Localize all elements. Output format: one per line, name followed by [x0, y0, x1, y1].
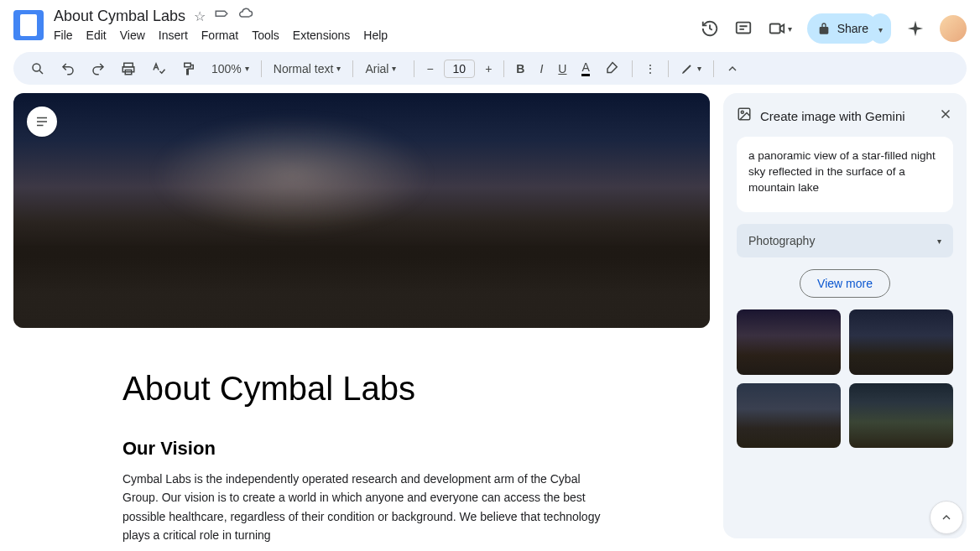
text-color-icon[interactable]: A: [575, 55, 596, 81]
svg-rect-0: [736, 23, 750, 34]
view-more-button[interactable]: View more: [800, 269, 890, 298]
more-icon[interactable]: ⋮: [638, 57, 663, 81]
undo-icon[interactable]: [54, 56, 82, 81]
account-avatar[interactable]: [940, 15, 967, 42]
move-icon[interactable]: [214, 7, 229, 25]
star-icon[interactable]: ☆: [194, 8, 206, 24]
svg-point-2: [33, 64, 40, 71]
menu-edit[interactable]: Edit: [86, 29, 107, 42]
svg-rect-1: [769, 24, 779, 34]
underline-icon[interactable]: U: [551, 57, 573, 81]
style-value: Photography: [748, 234, 815, 247]
menu-file[interactable]: File: [54, 29, 73, 42]
image-icon: [737, 107, 752, 125]
generated-image-4[interactable]: [849, 383, 953, 449]
font-size-input[interactable]: 10: [444, 60, 476, 78]
gemini-panel: Create image with Gemini a panoramic vie…: [723, 93, 967, 538]
print-icon[interactable]: [114, 56, 143, 81]
menu-extensions[interactable]: Extensions: [293, 29, 350, 42]
document-title[interactable]: About Cymbal Labs: [54, 8, 185, 25]
svg-point-8: [741, 111, 743, 113]
menu-view[interactable]: View: [120, 29, 145, 42]
collapse-toolbar-icon[interactable]: [719, 57, 746, 81]
paint-format-icon[interactable]: [175, 56, 203, 81]
bold-icon[interactable]: B: [509, 57, 531, 81]
cloud-status-icon[interactable]: [237, 7, 254, 25]
pen-mode-icon[interactable]: ▾: [674, 57, 708, 81]
highlight-icon[interactable]: [598, 56, 627, 81]
zoom-dropdown[interactable]: 100% ▾: [205, 57, 256, 81]
meet-icon[interactable]: ▾: [768, 19, 792, 38]
toolbar: 100% ▾ Normal text ▾ Arial ▾ − 10 + B I …: [13, 52, 967, 85]
search-icon[interactable]: [23, 56, 52, 81]
share-label: Share: [837, 22, 868, 35]
outline-toggle-icon[interactable]: [27, 107, 57, 137]
hero-image[interactable]: [13, 93, 710, 328]
panel-title: Create image with Gemini: [760, 109, 930, 123]
style-dropdown[interactable]: Photography ▾: [737, 224, 953, 257]
doc-heading-1[interactable]: About Cymbal Labs: [122, 370, 601, 408]
decrease-font-icon[interactable]: −: [420, 57, 440, 81]
gemini-spark-icon[interactable]: [906, 19, 925, 38]
svg-rect-6: [185, 63, 191, 67]
generated-image-2[interactable]: [849, 309, 953, 375]
redo-icon[interactable]: [84, 56, 112, 81]
share-dropdown[interactable]: ▾: [870, 13, 891, 44]
menu-format[interactable]: Format: [201, 29, 238, 42]
generated-image-1[interactable]: [737, 309, 841, 375]
close-icon[interactable]: [938, 107, 953, 125]
comments-icon[interactable]: [734, 19, 753, 38]
prompt-input[interactable]: a panoramic view of a star-filled night …: [737, 137, 953, 212]
document-canvas[interactable]: About Cymbal Labs Our Vision Cymbal Labs…: [0, 93, 723, 551]
spellcheck-icon[interactable]: [144, 56, 173, 81]
doc-heading-2[interactable]: Our Vision: [122, 438, 601, 460]
docs-logo[interactable]: [13, 10, 44, 40]
menu-insert[interactable]: Insert: [159, 29, 188, 42]
style-value: Normal text: [274, 62, 334, 75]
doc-paragraph[interactable]: Cymbal Labs is the independently operate…: [122, 470, 601, 545]
menu-tools[interactable]: Tools: [252, 29, 279, 42]
generated-image-3[interactable]: [737, 383, 841, 449]
font-dropdown[interactable]: Arial ▾: [358, 57, 409, 81]
paragraph-style-dropdown[interactable]: Normal text ▾: [267, 57, 348, 81]
share-button[interactable]: Share: [807, 13, 878, 44]
increase-font-icon[interactable]: +: [478, 57, 498, 81]
scroll-up-button[interactable]: [930, 501, 963, 534]
font-value: Arial: [365, 62, 388, 75]
menu-help[interactable]: Help: [363, 29, 388, 42]
zoom-value: 100%: [211, 62, 242, 75]
italic-icon[interactable]: I: [533, 57, 550, 81]
history-icon[interactable]: [701, 19, 719, 38]
